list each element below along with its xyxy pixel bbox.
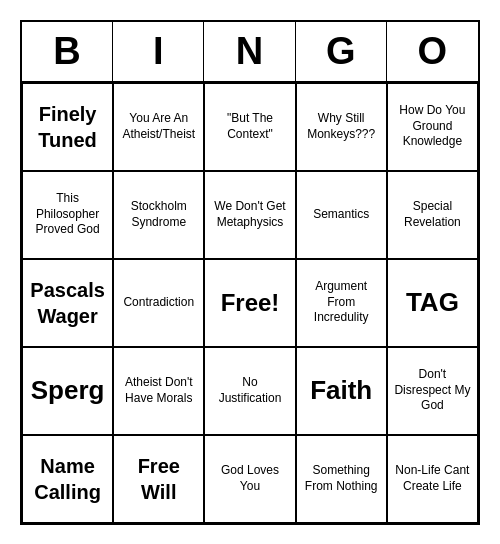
- bingo-cell-5: This Philosopher Proved God: [22, 171, 113, 259]
- bingo-cell-11: Contradiction: [113, 259, 204, 347]
- header-letter-I: I: [113, 22, 204, 81]
- bingo-cell-22: God Loves You: [204, 435, 295, 523]
- header-letter-N: N: [204, 22, 295, 81]
- bingo-cell-17: No Justification: [204, 347, 295, 435]
- bingo-cell-24: Non-Life Cant Create Life: [387, 435, 478, 523]
- bingo-cell-3: Why Still Monkeys???: [296, 83, 387, 171]
- bingo-cell-2: "But The Context": [204, 83, 295, 171]
- bingo-cell-1: You Are An Atheist/Theist: [113, 83, 204, 171]
- bingo-cell-15: Sperg: [22, 347, 113, 435]
- bingo-cell-8: Semantics: [296, 171, 387, 259]
- bingo-cell-9: Special Revelation: [387, 171, 478, 259]
- bingo-cell-7: We Don't Get Metaphysics: [204, 171, 295, 259]
- bingo-cell-6: Stockholm Syndrome: [113, 171, 204, 259]
- bingo-cell-23: Something From Nothing: [296, 435, 387, 523]
- header-letter-O: O: [387, 22, 478, 81]
- bingo-grid: Finely TunedYou Are An Atheist/Theist"Bu…: [22, 83, 478, 523]
- header-letter-G: G: [296, 22, 387, 81]
- bingo-cell-19: Don't Disrespect My God: [387, 347, 478, 435]
- bingo-header: BINGO: [22, 22, 478, 83]
- bingo-cell-21: Free Will: [113, 435, 204, 523]
- bingo-cell-20: Name Calling: [22, 435, 113, 523]
- bingo-card: BINGO Finely TunedYou Are An Atheist/The…: [20, 20, 480, 525]
- bingo-cell-14: TAG: [387, 259, 478, 347]
- bingo-cell-18: Faith: [296, 347, 387, 435]
- bingo-cell-16: Atheist Don't Have Morals: [113, 347, 204, 435]
- bingo-cell-13: Argument From Incredulity: [296, 259, 387, 347]
- bingo-cell-12: Free!: [204, 259, 295, 347]
- bingo-cell-4: How Do You Ground Knowledge: [387, 83, 478, 171]
- bingo-cell-0: Finely Tuned: [22, 83, 113, 171]
- header-letter-B: B: [22, 22, 113, 81]
- bingo-cell-10: Pascals Wager: [22, 259, 113, 347]
